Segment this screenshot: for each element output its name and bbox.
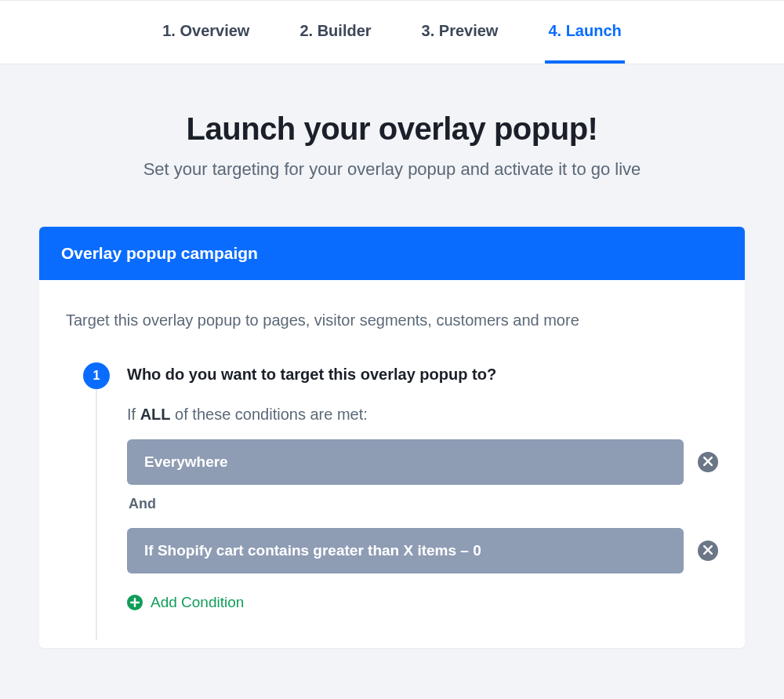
step-title: Who do you want to target this overlay p… <box>127 362 718 384</box>
tab-preview[interactable]: 3. Preview <box>419 1 502 64</box>
tab-builder[interactable]: 2. Builder <box>296 1 374 64</box>
condition-connector: And <box>129 496 718 512</box>
campaign-panel: Overlay popup campaign Target this overl… <box>39 227 745 648</box>
step-indicator: 1 <box>83 362 110 389</box>
tab-overview[interactable]: 1. Overview <box>159 1 252 64</box>
conditions-intro: If ALL of these conditions are met: <box>127 406 718 424</box>
add-condition-label: Add Condition <box>151 594 244 611</box>
targeting-step: 1 Who do you want to target this overlay… <box>66 362 718 640</box>
page-title: Launch your overlay popup! <box>39 111 745 147</box>
step-connector-line <box>96 389 97 640</box>
remove-condition-button[interactable] <box>698 452 718 472</box>
tab-launch[interactable]: 4. Launch <box>545 1 624 64</box>
close-icon <box>703 544 713 558</box>
campaign-panel-header[interactable]: Overlay popup campaign <box>39 227 745 280</box>
add-condition-button[interactable]: Add Condition <box>127 594 718 611</box>
remove-condition-button[interactable] <box>698 541 718 561</box>
campaign-panel-description: Target this overlay popup to pages, visi… <box>66 311 718 329</box>
condition-chip[interactable]: If Shopify cart contains greater than X … <box>127 528 684 573</box>
page-subtitle: Set your targeting for your overlay popu… <box>39 159 745 180</box>
wizard-tabs: 1. Overview 2. Builder 3. Preview 4. Lau… <box>0 0 784 64</box>
close-icon <box>703 455 713 469</box>
condition-chip[interactable]: Everywhere <box>127 439 684 485</box>
plus-circle-icon <box>127 595 143 610</box>
